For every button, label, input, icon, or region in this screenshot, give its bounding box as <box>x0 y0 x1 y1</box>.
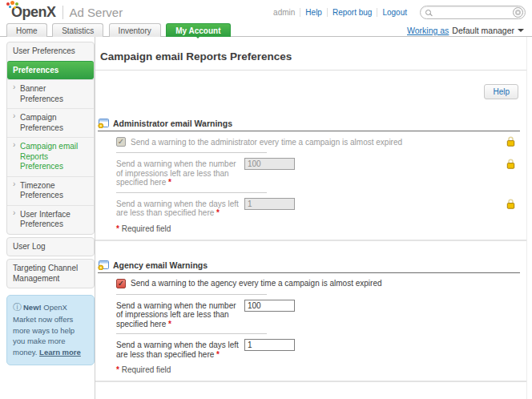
sidebar-item-campaign-preferences[interactable]: › Campaign Preferences <box>7 108 94 137</box>
section-header: Agency email Warnings <box>98 260 520 273</box>
required-asterisk: * <box>116 224 119 233</box>
required-asterisk: * <box>168 178 171 187</box>
working-as-value[interactable]: Default manager <box>452 26 514 35</box>
row-divider <box>116 192 267 193</box>
section-agency-email-warnings: Agency email Warnings ✓ Send a warning t… <box>95 260 526 383</box>
help-row: Help <box>95 71 526 99</box>
help-button[interactable]: Help <box>484 84 518 99</box>
header-links: admin Help Report bug Logout <box>268 8 412 17</box>
logo-wordmark: OpenX <box>11 4 56 20</box>
sidebar-item-user-interface-preferences[interactable]: › User Interface Preferences <box>7 205 94 234</box>
required-asterisk: * <box>216 208 220 217</box>
sidebar-item-banner-preferences[interactable]: › Banner Preferences <box>7 79 94 108</box>
sidebar-item-preferences[interactable]: Preferences <box>7 61 94 80</box>
admin-days-threshold-input <box>244 198 295 210</box>
section-divider <box>95 240 526 241</box>
check-icon: ✓ <box>118 280 124 288</box>
sidebar-item-campaign-email-reports-preferences[interactable]: › Campaign email Reports Preferences <box>7 137 94 176</box>
lock-icon <box>506 198 515 208</box>
logout-link[interactable]: Logout <box>377 8 412 17</box>
search-icon <box>425 10 431 15</box>
chevron-icon: › <box>13 83 15 93</box>
required-asterisk: * <box>116 365 119 374</box>
sidebar-item-timezone-preferences[interactable]: › Timezone Preferences <box>7 176 94 205</box>
agency-expiry-warning-checkbox[interactable]: ✓ <box>116 279 126 288</box>
agency-days-threshold-input[interactable] <box>244 339 295 351</box>
required-field-note: * Required field <box>116 224 526 233</box>
info-icon: ⓘ <box>13 302 22 312</box>
sidebar-targeting-group: Targeting Channel Management <box>6 259 95 288</box>
search-box <box>420 6 526 19</box>
required-asterisk: * <box>216 350 220 359</box>
page-title: Campaign email Reports Preferences <box>95 37 526 70</box>
admin-days-threshold-row: Send a warning when the days left are le… <box>116 198 506 218</box>
working-as: Working as Default manager <box>407 26 524 35</box>
required-field-note: * Required field <box>116 365 526 374</box>
chevron-icon: › <box>13 111 15 122</box>
learn-more-link[interactable]: Learn more <box>39 348 81 357</box>
tab-home[interactable]: Home <box>6 23 47 37</box>
header-utilities: admin Help Report bug Logout <box>268 4 526 19</box>
agency-days-threshold-row: Send a warning when the days left are le… <box>116 339 506 359</box>
row-divider <box>116 294 267 295</box>
tab-bar: Home Statistics Inventory My Account Wor… <box>0 22 532 37</box>
tab-inventory[interactable]: Inventory <box>109 23 161 37</box>
admin-expiry-warning-row: ✓ Send a warning to the administrator ev… <box>116 136 506 147</box>
sidebar: User Preferences Preferences › Banner Pr… <box>0 37 95 399</box>
search-input[interactable] <box>431 8 513 17</box>
admin-impressions-threshold-input <box>244 158 295 170</box>
lock-icon <box>506 158 515 168</box>
chevron-icon: › <box>13 179 15 190</box>
sidebar-item-targeting-channel-management[interactable]: Targeting Channel Management <box>7 260 94 288</box>
chevron-icon: › <box>13 140 15 151</box>
agency-impressions-threshold-row: Send a warning when the number of impres… <box>116 300 506 329</box>
search-go-button[interactable] <box>513 7 523 18</box>
row-divider <box>116 152 267 153</box>
openx-logo: OpenX Ad Server <box>6 4 123 21</box>
required-asterisk: * <box>168 320 171 328</box>
lock-icon <box>506 136 515 147</box>
preferences-section-icon <box>98 119 109 128</box>
tab-statistics[interactable]: Statistics <box>52 23 103 37</box>
working-as-link[interactable]: Working as <box>407 26 449 35</box>
sidebar-item-user-log[interactable]: User Log <box>7 238 94 256</box>
preferences-section-icon <box>98 260 109 270</box>
openx-logo-text: OpenX <box>6 4 56 21</box>
agency-impressions-threshold-input[interactable] <box>244 300 295 312</box>
row-divider <box>116 333 267 334</box>
section-administrator-email-warnings: Administrator email Warnings ✓ Send a wa… <box>95 119 526 241</box>
username: admin <box>268 8 300 17</box>
dropdown-arrow-icon[interactable] <box>518 29 524 35</box>
main-panel: Campaign email Reports Preferences Help … <box>95 37 527 399</box>
openx-ad-server-page: OpenX Ad Server admin Help Report bug Lo… <box>0 0 532 399</box>
sidebar-item-user-preferences[interactable]: User Preferences <box>7 42 94 61</box>
agency-expiry-warning-row: ✓ Send a warning to the agency every tim… <box>116 278 506 289</box>
admin-impressions-threshold-row: Send a warning when the number of impres… <box>116 158 506 187</box>
admin-expiry-warning-checkbox[interactable]: ✓ <box>116 137 126 147</box>
sidebar-user-log-group: User Log <box>6 237 95 257</box>
check-icon: ✓ <box>118 138 124 146</box>
chevron-icon: › <box>13 208 15 219</box>
tab-my-account[interactable]: My Account <box>166 23 230 37</box>
logo-divider <box>62 6 63 19</box>
product-name: Ad Server <box>70 6 123 19</box>
report-bug-link[interactable]: Report bug <box>327 8 377 17</box>
help-link[interactable]: Help <box>300 8 327 17</box>
top-header: OpenX Ad Server admin Help Report bug Lo… <box>0 0 532 22</box>
market-promo-box: ⓘNew! OpenX Market now offers more ways … <box>6 295 95 365</box>
section-divider <box>95 381 526 382</box>
content-area: User Preferences Preferences › Banner Pr… <box>0 37 532 399</box>
sidebar-preferences-group: User Preferences Preferences › Banner Pr… <box>6 42 95 235</box>
promo-highlight: New! <box>23 303 42 312</box>
section-header: Administrator email Warnings <box>98 119 520 131</box>
